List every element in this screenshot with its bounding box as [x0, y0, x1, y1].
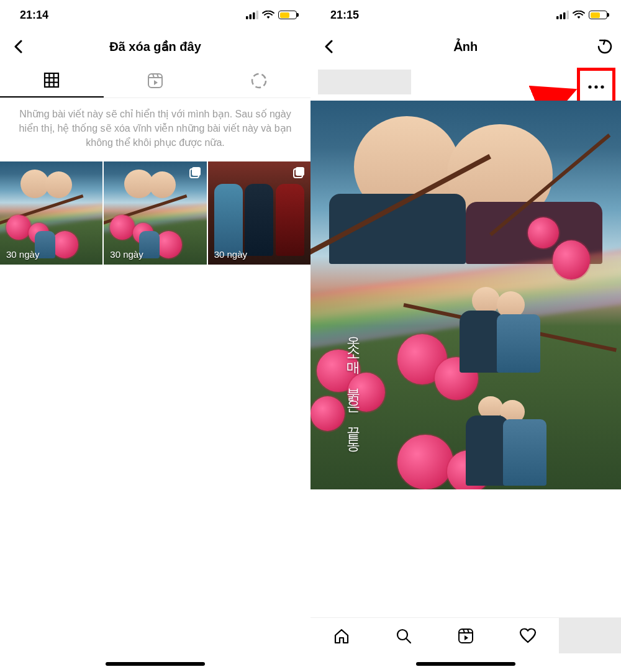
battery-icon — [589, 11, 607, 19]
bottom-tab-bar — [310, 617, 621, 653]
svg-rect-4 — [45, 73, 58, 87]
reels-icon — [147, 72, 164, 89]
content-type-tabs — [0, 63, 310, 98]
username-placeholder[interactable] — [318, 70, 411, 94]
svg-line-27 — [406, 638, 410, 643]
undo-icon — [596, 38, 614, 55]
page-title: Đã xóa gần đây — [0, 39, 310, 54]
deleted-item-2[interactable]: 30 ngày — [104, 161, 206, 265]
deleted-item-1[interactable]: 30 ngày — [0, 161, 102, 265]
cellular-icon — [246, 11, 258, 19]
deletion-info-text: Những bài viết này sẽ chỉ hiển thị với m… — [0, 98, 310, 161]
svg-rect-9 — [148, 74, 162, 88]
tab-search[interactable] — [373, 618, 435, 653]
days-remaining-label: 30 ngày — [6, 249, 39, 260]
home-icon — [333, 627, 350, 645]
svg-rect-21 — [567, 11, 569, 19]
wifi-icon — [262, 11, 274, 19]
tab-stories[interactable] — [207, 63, 310, 98]
more-horizontal-icon — [588, 85, 604, 89]
phone-left-recently-deleted: 21:14 Đã xóa gần đây Những bài viết này … — [0, 0, 310, 672]
nav-header: Đã xóa gần đây — [0, 30, 310, 63]
search-icon — [395, 627, 412, 645]
nav-header: Ảnh — [310, 30, 621, 63]
tab-activity[interactable] — [497, 618, 559, 653]
status-icons — [246, 11, 297, 19]
reels-icon — [457, 627, 474, 645]
cellular-icon — [556, 11, 569, 19]
status-time: 21:14 — [20, 9, 48, 22]
svg-rect-20 — [563, 12, 566, 19]
deleted-items-grid: 30 ngày 30 ngày — [0, 161, 310, 265]
svg-rect-19 — [560, 14, 563, 19]
svg-point-13 — [252, 74, 266, 88]
back-button[interactable] — [7, 40, 30, 53]
svg-rect-0 — [246, 16, 248, 19]
svg-rect-18 — [556, 16, 559, 19]
heart-icon — [519, 627, 537, 645]
tab-home[interactable] — [310, 618, 373, 653]
status-time: 21:15 — [330, 9, 359, 22]
svg-rect-1 — [250, 14, 252, 19]
page-title: Ảnh — [310, 39, 621, 54]
svg-rect-2 — [253, 12, 255, 19]
photo-viewer[interactable]: 옷소매 붉은 끝동 — [310, 101, 621, 489]
home-indicator — [106, 662, 205, 666]
status-bar: 21:14 — [0, 0, 310, 30]
deleted-item-3[interactable]: 30 ngày — [208, 161, 310, 265]
tab-profile[interactable] — [559, 618, 621, 653]
story-circle-icon — [250, 72, 268, 89]
svg-point-22 — [588, 85, 591, 88]
carousel-icon — [189, 166, 202, 181]
phone-right-photo-detail: 21:15 Ảnh — [310, 0, 621, 672]
home-indicator — [416, 662, 515, 666]
svg-rect-3 — [256, 11, 259, 19]
tab-reels[interactable] — [435, 618, 497, 653]
svg-rect-28 — [459, 629, 473, 643]
days-remaining-label: 30 ngày — [110, 249, 143, 260]
back-button[interactable] — [318, 40, 340, 53]
tab-grid-posts[interactable] — [0, 63, 104, 98]
status-icons — [556, 11, 607, 19]
svg-point-23 — [594, 85, 597, 88]
status-bar: 21:15 — [310, 0, 621, 30]
grid-icon — [43, 72, 60, 88]
undo-button[interactable] — [596, 38, 614, 55]
carousel-icon — [293, 166, 306, 181]
svg-point-24 — [601, 85, 604, 88]
battery-icon — [278, 11, 297, 19]
tab-reels[interactable] — [104, 63, 207, 98]
post-header-row — [310, 63, 621, 101]
days-remaining-label: 30 ngày — [214, 249, 247, 260]
more-options-button[interactable] — [579, 70, 614, 104]
wifi-icon — [573, 11, 585, 19]
